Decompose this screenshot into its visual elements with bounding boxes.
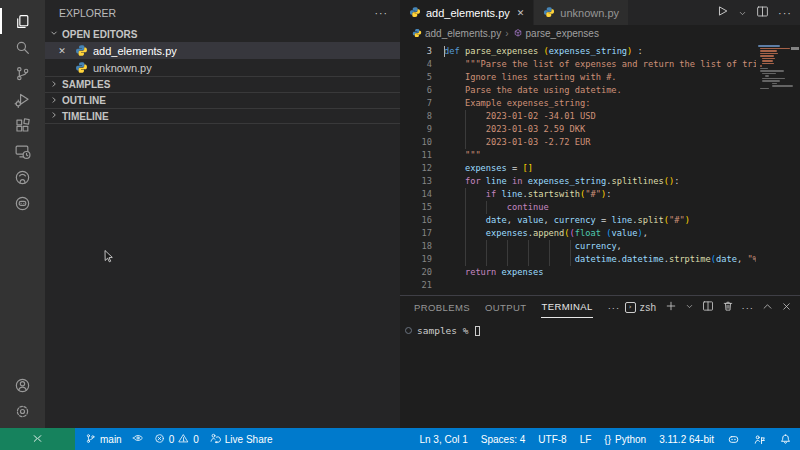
eye-icon xyxy=(132,432,144,446)
cursor-position-status[interactable]: Ln 3, Col 1 xyxy=(419,434,467,445)
more-actions-icon[interactable]: ··· xyxy=(778,7,792,19)
panel-tab-bar: PROBLEMS OUTPUT TERMINAL ··· › zsh ··· xyxy=(400,296,800,318)
close-icon[interactable]: ✕ xyxy=(55,46,69,56)
explorer-icon[interactable] xyxy=(0,8,45,34)
sidebar-explorer: EXPLORER ··· OPEN EDITORS ✕ add_elements… xyxy=(45,0,400,428)
sidebar-more-actions-icon[interactable]: ··· xyxy=(375,7,389,19)
breadcrumb-file[interactable]: add_elements.py xyxy=(412,28,501,40)
close-panel-icon[interactable] xyxy=(781,301,792,314)
encoding-status[interactable]: UTF-8 xyxy=(538,434,566,445)
breadcrumb-separator: › xyxy=(505,28,508,39)
panel-more-tabs-icon[interactable]: ··· xyxy=(608,302,621,313)
notifications-bell-icon[interactable] xyxy=(779,433,792,446)
branch-icon xyxy=(85,433,96,446)
tab-bar: add_elements.py ✕ unknown.py ··· xyxy=(400,0,800,25)
copilot-status-icon[interactable] xyxy=(727,433,740,446)
eye-status[interactable] xyxy=(132,432,144,446)
remote-icon xyxy=(31,432,44,447)
status-bar: main 0 0 Live Share Ln 3, Col 1 Spaces: … xyxy=(0,428,800,450)
terminal-content[interactable]: samples % xyxy=(405,325,800,336)
braces-icon: {} xyxy=(604,434,611,445)
source-control-icon[interactable] xyxy=(0,60,45,86)
symbol-method-icon xyxy=(513,28,523,40)
python-file-icon xyxy=(409,6,421,20)
activity-bar xyxy=(0,0,45,428)
cursor-line-marker xyxy=(791,47,799,50)
vscode-window: EXPLORER ··· OPEN EDITORS ✕ add_elements… xyxy=(0,0,800,450)
open-editor-item-unknown[interactable]: unknown.py xyxy=(45,59,400,76)
split-editor-icon[interactable] xyxy=(756,4,769,22)
chevron-down-icon xyxy=(49,28,59,40)
live-share-icon xyxy=(209,432,221,446)
branch-status[interactable]: main xyxy=(85,433,122,446)
terminal-prompt: samples % xyxy=(417,325,468,336)
terminal-icon: › xyxy=(625,302,636,313)
tab-unknown[interactable]: unknown.py xyxy=(534,0,629,25)
tab-terminal[interactable]: TERMINAL xyxy=(541,296,592,318)
command-decoration-icon xyxy=(405,327,412,334)
settings-gear-icon[interactable] xyxy=(0,398,45,424)
remote-indicator[interactable] xyxy=(0,428,75,450)
section-outline[interactable]: OUTLINE xyxy=(45,92,400,108)
indentation-status[interactable]: Spaces: 4 xyxy=(481,434,525,445)
minimap[interactable] xyxy=(756,42,790,295)
breadcrumb: add_elements.py › parse_expenses xyxy=(400,25,800,42)
chevron-right-icon xyxy=(49,110,59,122)
maximize-panel-icon[interactable] xyxy=(762,301,773,314)
run-dropdown-chevron-icon[interactable] xyxy=(738,4,747,22)
tab-problems[interactable]: PROBLEMS xyxy=(414,296,470,318)
chevron-right-icon xyxy=(49,79,59,91)
python-interpreter-status[interactable]: 3.11.2 64-bit xyxy=(659,434,714,445)
section-samples[interactable]: SAMPLES xyxy=(45,76,400,92)
run-and-debug-icon[interactable] xyxy=(0,86,45,112)
python-file-icon xyxy=(75,61,88,74)
extensions-icon[interactable] xyxy=(0,112,45,138)
feedback-icon[interactable] xyxy=(753,433,766,446)
split-terminal-icon[interactable] xyxy=(702,300,714,314)
problems-status[interactable]: 0 0 xyxy=(154,433,199,446)
section-timeline[interactable]: TIMELINE xyxy=(45,108,400,124)
terminal-cursor xyxy=(475,326,480,336)
editor-group: add_elements.py ✕ unknown.py ··· add_ele… xyxy=(400,0,800,295)
open-editor-item-add-elements[interactable]: ✕ add_elements.py xyxy=(45,42,400,59)
kill-terminal-icon[interactable] xyxy=(722,300,734,314)
account-icon[interactable] xyxy=(0,372,45,398)
python-file-icon xyxy=(412,28,422,40)
close-icon[interactable]: ✕ xyxy=(517,8,525,18)
sidebar-title: EXPLORER xyxy=(59,7,116,19)
eol-status[interactable]: LF xyxy=(580,434,592,445)
github-icon[interactable] xyxy=(0,164,45,190)
bottom-panel: PROBLEMS OUTPUT TERMINAL ··· › zsh ··· s… xyxy=(400,295,800,428)
tab-output[interactable]: OUTPUT xyxy=(485,296,526,318)
copilot-chat-icon[interactable] xyxy=(0,190,45,216)
search-icon[interactable] xyxy=(0,34,45,60)
open-editors-header[interactable]: OPEN EDITORS xyxy=(45,26,400,42)
language-mode-status[interactable]: {} Python xyxy=(604,434,646,445)
python-file-icon xyxy=(75,44,88,57)
mouse-cursor xyxy=(104,250,116,268)
live-share-status[interactable]: Live Share xyxy=(209,432,273,446)
new-terminal-icon[interactable] xyxy=(665,300,677,314)
run-button[interactable] xyxy=(715,4,729,22)
overview-ruler[interactable] xyxy=(790,42,800,295)
tab-add-elements[interactable]: add_elements.py ✕ xyxy=(400,0,534,25)
panel-more-actions-icon[interactable]: ··· xyxy=(742,302,755,313)
profile-chevron-icon[interactable] xyxy=(685,302,694,313)
chevron-right-icon xyxy=(49,95,59,107)
launch-profile-button[interactable]: › zsh xyxy=(625,302,657,313)
code-lines: 3def parse_expenses (expenses_string) :4… xyxy=(400,45,756,292)
warning-icon xyxy=(178,433,189,446)
remote-explorer-icon[interactable] xyxy=(0,138,45,164)
python-file-icon xyxy=(543,6,555,20)
code-area[interactable]: 3def parse_expenses (expenses_string) :4… xyxy=(400,42,800,295)
breadcrumb-symbol[interactable]: parse_expenses xyxy=(513,28,599,40)
error-icon xyxy=(154,433,165,446)
